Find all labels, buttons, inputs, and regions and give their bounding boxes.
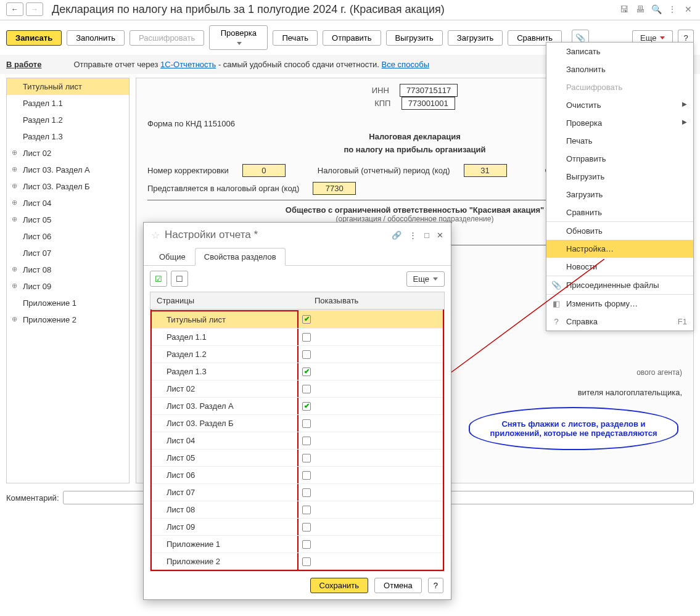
sidebar-item[interactable]: Лист 02 xyxy=(7,145,129,162)
tab-sections[interactable]: Свойства разделов xyxy=(195,248,286,266)
grid-row[interactable]: Лист 08 xyxy=(152,501,443,518)
show-checkbox[interactable] xyxy=(302,488,311,497)
sidebar-item[interactable]: Лист 07 xyxy=(7,245,129,261)
correction-field[interactable]: 0 xyxy=(242,164,286,177)
irs-field[interactable]: 7730 xyxy=(313,182,356,195)
sidebar-item[interactable]: Лист 04 xyxy=(7,195,129,211)
show-checkbox[interactable] xyxy=(302,454,311,462)
show-checkbox[interactable] xyxy=(302,471,311,480)
sidebar-item[interactable]: Раздел 1.3 xyxy=(7,128,129,145)
show-checkbox[interactable] xyxy=(302,350,311,359)
grid-row[interactable]: Раздел 1.1 xyxy=(152,328,443,345)
dropdown-item[interactable]: Очистить xyxy=(546,96,693,114)
sidebar-item[interactable]: Титульный лист xyxy=(7,78,129,95)
save-icon[interactable]: 🖫 xyxy=(619,4,630,15)
grid-row[interactable]: Лист 09 xyxy=(152,518,443,535)
send-button[interactable]: Отправить xyxy=(323,30,381,46)
dropdown-item[interactable]: ?СправкаF1 xyxy=(546,313,693,331)
show-checkbox[interactable] xyxy=(302,402,311,411)
dialog-maximize-icon[interactable]: □ xyxy=(424,231,429,240)
grid-row[interactable]: Лист 07 xyxy=(152,483,443,501)
sidebar-item[interactable]: Лист 03. Раздел А xyxy=(7,162,129,178)
show-checkbox[interactable] xyxy=(302,419,311,428)
dropdown-item[interactable]: Сравнить xyxy=(546,203,693,221)
grid-row[interactable]: Лист 03. Раздел А xyxy=(152,397,443,414)
dropdown-item[interactable]: 📎Присоединенные файлы xyxy=(546,276,693,294)
dropdown-item[interactable]: Выгрузить xyxy=(546,168,693,186)
fill-button[interactable]: Заполнить xyxy=(67,30,125,46)
dropdown-item[interactable]: Отправить xyxy=(546,150,693,168)
show-checkbox[interactable] xyxy=(302,315,311,324)
dialog-help-button[interactable]: ? xyxy=(428,578,443,593)
sidebar-item[interactable]: Лист 08 xyxy=(7,261,129,278)
sidebar-item[interactable]: Лист 05 xyxy=(7,211,129,228)
grid-row[interactable]: Титульный лист xyxy=(152,310,443,328)
dropdown-item[interactable]: Печать xyxy=(546,132,693,150)
grid-row[interactable]: Лист 06 xyxy=(152,466,443,483)
period-field[interactable]: 31 xyxy=(464,164,507,177)
sidebar-item[interactable]: Приложение 1 xyxy=(7,295,129,311)
link-icon[interactable]: 🔗 xyxy=(392,231,401,240)
grid-row[interactable]: Лист 03. Раздел Б xyxy=(152,414,443,432)
link-1c[interactable]: 1С-Отчетность xyxy=(160,60,216,69)
dropdown-item[interactable]: Новости xyxy=(546,258,693,276)
sidebar-item[interactable]: Приложение 2 xyxy=(7,311,129,328)
print-icon[interactable]: 🖶 xyxy=(635,4,646,15)
grid-row[interactable]: Приложение 1 xyxy=(152,535,443,552)
show-checkbox[interactable] xyxy=(302,385,311,393)
dialog-save-button[interactable]: Сохранить xyxy=(310,578,369,593)
dropdown-item[interactable]: Записать xyxy=(546,43,693,60)
show-checkbox[interactable] xyxy=(302,523,311,532)
dropdown-item[interactable]: Настройка… xyxy=(546,240,693,258)
close-icon[interactable]: ✕ xyxy=(683,4,694,15)
dropdown-item[interactable]: Загрузить xyxy=(546,186,693,203)
print-button[interactable]: Печать xyxy=(273,30,318,46)
grid-row[interactable]: Раздел 1.3 xyxy=(152,363,443,380)
dropdown-item[interactable]: Заполнить xyxy=(546,60,693,78)
show-checkbox[interactable] xyxy=(302,437,311,445)
grid-col-pages: Страницы xyxy=(150,292,308,309)
sidebar-item[interactable]: Лист 09 xyxy=(7,278,129,295)
write-button[interactable]: Записать xyxy=(6,30,62,46)
tab-general[interactable]: Общие xyxy=(150,248,195,266)
kebab-icon[interactable]: ⋮ xyxy=(667,4,678,15)
grid-row[interactable]: Приложение 2 xyxy=(152,552,443,570)
kpp-field[interactable]: 773001001 xyxy=(401,97,455,110)
preview-icon[interactable]: 🔍 xyxy=(651,4,662,15)
show-checkbox[interactable] xyxy=(302,557,311,566)
link-all-ways[interactable]: Все способы xyxy=(382,60,429,69)
dialog-more-button[interactable]: Еще xyxy=(406,271,445,287)
dialog-cancel-button[interactable]: Отмена xyxy=(374,578,422,593)
sidebar-item[interactable]: Лист 06 xyxy=(7,228,129,245)
grid-row[interactable]: Лист 05 xyxy=(152,449,443,466)
grid-row[interactable]: Лист 04 xyxy=(152,432,443,449)
check-all-button[interactable]: ☑ xyxy=(150,271,167,287)
dropdown-item[interactable]: ◧Изменить форму… xyxy=(546,294,693,313)
export-button[interactable]: Выгрузить xyxy=(386,30,443,46)
inn-field[interactable]: 7730715117 xyxy=(400,84,458,97)
check-button[interactable]: Проверка xyxy=(209,25,268,50)
sidebar-item[interactable]: Раздел 1.2 xyxy=(7,112,129,128)
nav-back-button[interactable]: ← xyxy=(6,2,23,16)
decode-button: Расшифровать xyxy=(130,30,204,46)
show-checkbox[interactable] xyxy=(302,506,311,514)
grid-row[interactable]: Лист 02 xyxy=(152,380,443,397)
dropdown-item[interactable]: Обновить xyxy=(546,221,693,240)
show-checkbox[interactable] xyxy=(302,540,311,549)
status-label[interactable]: В работе xyxy=(6,60,41,69)
dialog-kebab-icon[interactable]: ⋮ xyxy=(409,231,417,240)
show-checkbox[interactable] xyxy=(302,333,311,342)
sidebar-item[interactable]: Раздел 1.1 xyxy=(7,95,129,112)
dialog-title: Настройки отчета * xyxy=(165,229,392,241)
uncheck-all-button[interactable]: ☐ xyxy=(171,271,188,287)
import-button[interactable]: Загрузить xyxy=(448,30,503,46)
dropdown-item[interactable]: Проверка xyxy=(546,114,693,132)
page-title: Декларация по налогу на прибыль за 1 пол… xyxy=(52,3,445,16)
show-checkbox[interactable] xyxy=(302,368,311,376)
dialog-close-icon[interactable]: ✕ xyxy=(437,231,443,240)
grid-row[interactable]: Раздел 1.2 xyxy=(152,345,443,363)
nav-forward-button[interactable]: → xyxy=(26,2,43,16)
sidebar-item[interactable]: Лист 03. Раздел Б xyxy=(7,178,129,195)
star-icon[interactable]: ☆ xyxy=(151,229,160,241)
dropdown-item: Расшифровать xyxy=(546,78,693,96)
